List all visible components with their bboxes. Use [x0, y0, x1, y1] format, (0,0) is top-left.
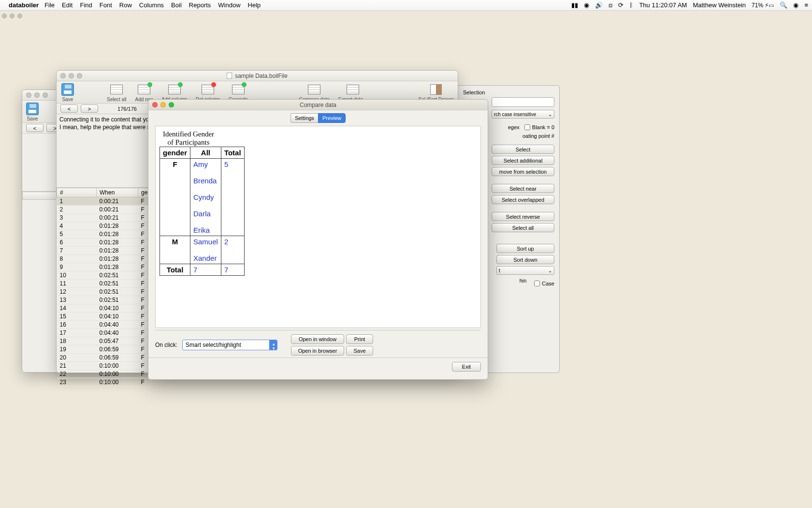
volume-icon[interactable]: 🔊	[595, 1, 603, 9]
facetime-icon[interactable]: ▮▮	[571, 1, 578, 9]
drawer-regex-checkbox[interactable]: egex	[508, 124, 520, 130]
open-in-browser-button[interactable]: Open in browser	[291, 346, 344, 356]
drawer-search-mode-select[interactable]: rch case insensitive	[492, 110, 554, 119]
save-button[interactable]: Save	[60, 83, 75, 102]
zoom-icon[interactable]	[77, 73, 82, 78]
minus-badge-icon	[211, 82, 216, 87]
dialog-titlebar[interactable]: Compare data	[148, 100, 488, 110]
exit-button[interactable]: Exit	[452, 362, 481, 372]
drawer-search-input[interactable]	[492, 97, 554, 107]
nav-count: 176/176	[116, 106, 139, 112]
plus-badge-icon	[147, 82, 152, 87]
drawer-select-button[interactable]: Select	[492, 145, 554, 154]
dialog-title: Compare data	[300, 102, 336, 108]
macos-menubar: databoiler File Edit Find Font Row Colum…	[0, 0, 812, 11]
select-all-button[interactable]: Select all	[107, 83, 127, 102]
tab-settings[interactable]: Settings	[290, 113, 318, 123]
tab-preview[interactable]: Preview	[318, 113, 346, 123]
zoom-icon[interactable]	[169, 102, 174, 107]
plus-badge-icon	[178, 82, 183, 87]
plus-badge-icon	[242, 82, 246, 87]
col-num[interactable]: #	[57, 188, 97, 197]
grid-icon	[110, 85, 123, 94]
dropbox-icon[interactable]: ⧈	[609, 1, 612, 9]
bluetooth-icon[interactable]: ᛒ	[629, 1, 633, 9]
col-when[interactable]: When	[97, 188, 138, 197]
close-icon[interactable]	[26, 92, 31, 98]
siri-icon[interactable]: ◉	[793, 1, 798, 9]
menu-window[interactable]: Window	[218, 1, 240, 9]
menu-boil[interactable]: Boil	[171, 1, 182, 9]
grid-icon	[347, 85, 359, 94]
print-button[interactable]: Print	[346, 334, 373, 344]
drawer-icon	[430, 84, 442, 95]
drawer-select-overlapped-button[interactable]: Select overlapped	[492, 195, 554, 204]
wifi-icon[interactable]: ◉	[584, 1, 589, 9]
spotlight-icon[interactable]: 🔍	[780, 1, 787, 9]
floppy-icon	[26, 103, 39, 115]
pv-h-total: Total	[221, 147, 244, 159]
participant-link[interactable]: Cyndy	[193, 193, 214, 201]
drawer-sort-down-button[interactable]: Sort down	[496, 255, 554, 264]
menu-find[interactable]: Find	[80, 1, 92, 9]
drawer-select-reverse-button[interactable]: Select reverse	[492, 212, 554, 221]
pv-h-all: All	[190, 147, 221, 159]
nav-prev-button[interactable]: <	[60, 105, 78, 113]
onclick-select[interactable]: Smart select/highlight▴▾	[182, 340, 277, 350]
menu-reports[interactable]: Reports	[189, 1, 211, 9]
floppy-icon	[61, 83, 74, 96]
menubar-user[interactable]: Matthew Weinstein	[693, 1, 746, 9]
minimize-icon[interactable]	[160, 102, 166, 107]
menu-font[interactable]: Font	[100, 1, 112, 9]
menubar-clock[interactable]: Thu 11:20:07 AM	[639, 1, 687, 9]
drawer-select-additional-button[interactable]: Select additional	[492, 156, 554, 165]
drawer-select-near-button[interactable]: Select near	[492, 184, 554, 193]
main-titlebar[interactable]: sample Data.boilFile	[57, 71, 458, 81]
drawer-case-checkbox[interactable]: Case	[534, 281, 554, 286]
dialog-save-button[interactable]: Save	[346, 346, 373, 356]
drawer-select-all-button[interactable]: Select all	[492, 223, 554, 232]
sync-icon[interactable]: ⟳	[618, 1, 624, 9]
drawer-blank-checkbox[interactable]: Blank = 0	[524, 124, 554, 130]
zoom-icon[interactable]	[43, 92, 48, 98]
participant-link[interactable]: Samuel	[193, 238, 218, 246]
compare-data-dialog: Compare data Settings Preview Identified…	[148, 99, 488, 380]
document-icon	[227, 73, 232, 79]
drawer-remove-button[interactable]: move from selection	[492, 167, 554, 176]
menubar-battery[interactable]: 71% ⚡︎▭	[752, 2, 774, 9]
table-row: Total77	[160, 264, 245, 276]
minimize-icon[interactable]	[69, 73, 74, 78]
close-icon[interactable]	[152, 102, 158, 107]
nav-next-button[interactable]: >	[81, 105, 98, 113]
menu-file[interactable]: File	[44, 1, 55, 9]
participant-link[interactable]: Darla	[193, 209, 211, 218]
preview-table: gender All Total FAmyBrendaCyndyDarlaEri…	[160, 147, 245, 276]
grid-icon	[308, 85, 320, 94]
menu-columns[interactable]: Columns	[139, 1, 164, 9]
drawer-within-label: hin	[520, 278, 527, 289]
open-in-window-button[interactable]: Open in window	[291, 334, 344, 344]
close-icon[interactable]	[60, 73, 66, 78]
participant-link[interactable]: Erika	[193, 226, 210, 234]
small-save-button[interactable]: Save	[26, 103, 39, 121]
preview-pane: Identified Gender of Participants gender…	[155, 126, 481, 328]
app-name[interactable]: databoiler	[9, 1, 39, 9]
menu-help[interactable]: Help	[248, 1, 261, 9]
onclick-label: On click:	[155, 342, 177, 348]
menu-edit[interactable]: Edit	[62, 1, 72, 9]
minimize-icon[interactable]	[34, 92, 40, 98]
small-nav-prev[interactable]: <	[26, 124, 44, 132]
drawer-t-select[interactable]: t	[496, 266, 554, 275]
participant-link[interactable]: Amy	[193, 160, 208, 168]
notifications-icon[interactable]: ≡	[804, 1, 808, 9]
main-window-title: sample Data.boilFile	[235, 73, 288, 79]
table-row: MSamuelXander2	[160, 236, 245, 264]
drawer-sort-up-button[interactable]: Sort up	[496, 244, 554, 253]
pv-h-gender: gender	[160, 147, 190, 159]
background-window-controls	[2, 14, 22, 18]
table-row: FAmyBrendaCyndyDarlaErika5	[160, 159, 245, 236]
participant-link[interactable]: Brenda	[193, 177, 217, 185]
participant-link[interactable]: Xander	[193, 254, 217, 262]
dialog-tabs: Settings Preview	[148, 113, 488, 123]
menu-row[interactable]: Row	[119, 1, 132, 9]
